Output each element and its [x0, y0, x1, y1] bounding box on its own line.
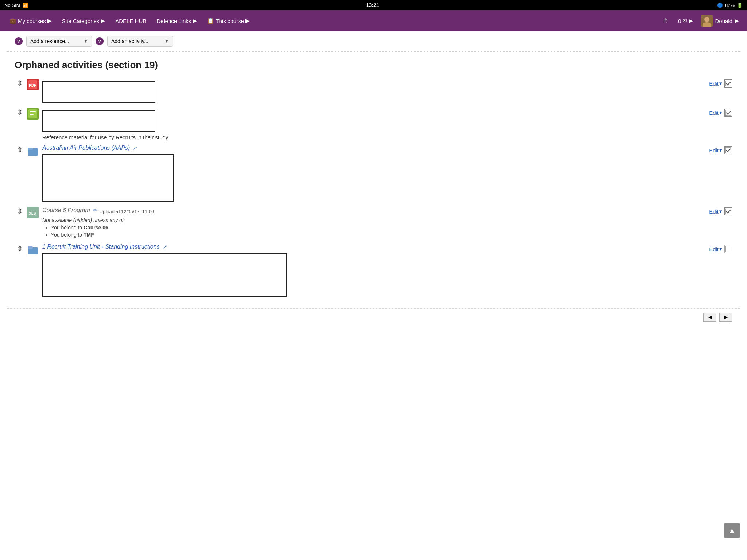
activity-3-content: Australian Air Publications (AAPs) ↗ — [42, 145, 700, 202]
main-content: ? Add a resource... ▼ ? Add an activity.… — [0, 31, 747, 325]
checkbox-2[interactable] — [724, 109, 732, 117]
activity-1-edit: Edit ▾ — [700, 78, 732, 88]
bottom-bar: ◀ ▶ — [0, 309, 747, 325]
svg-rect-10 — [30, 113, 36, 113]
nav-adele-hub[interactable]: ADELE HUB — [110, 15, 151, 27]
external-link-icon-2: ↗ — [162, 244, 167, 250]
chevron-down-icon-5: ▾ — [719, 246, 722, 252]
drag-handle-1[interactable]: ⇕ — [15, 78, 25, 87]
activity-4-content: Course 6 Program ✏ Uploaded 12/05/17, 11… — [42, 206, 700, 239]
activity-2-description: Reference material for use by Recruits i… — [42, 134, 700, 140]
edit-button-4[interactable]: Edit ▾ — [709, 208, 722, 215]
pdf-icon: PDF — [27, 79, 39, 90]
activity-3-edit: Edit ▾ — [700, 145, 732, 154]
svg-rect-8 — [28, 109, 37, 118]
table-row: ⇕ 1 Recruit Training Unit - Standing Ins… — [15, 244, 732, 297]
chevron-right-icon-6: ▶ — [735, 18, 739, 24]
conditions-list: You belong to Course 06 You belong to TM… — [51, 225, 700, 238]
folder-icon-2 — [27, 244, 39, 256]
chevron-right-icon-3: ▶ — [193, 18, 197, 24]
condition-2: You belong to TMF — [51, 232, 700, 238]
time-display: 13:21 — [366, 2, 379, 8]
condition-1: You belong to Course 06 — [51, 225, 700, 230]
checkbox-1[interactable] — [724, 79, 732, 88]
section-container: Orphaned activities (section 19) ⇕ PDF E… — [0, 52, 747, 308]
checkbox-4[interactable] — [724, 207, 732, 215]
external-link-icon-1: ↗ — [132, 145, 137, 151]
activity-2-content: Reference material for use by Recruits i… — [42, 107, 700, 140]
preview-box-1 — [42, 81, 155, 103]
activity-4-edit: Edit ▾ — [700, 206, 732, 215]
chevron-down-icon: ▾ — [719, 80, 722, 87]
svg-rect-21 — [725, 246, 731, 252]
svg-text:PDF: PDF — [29, 83, 36, 88]
nav-user[interactable]: Donald ▶ — [697, 12, 743, 30]
table-row: ⇕ Australian Air Publications (AAPs) ↗ E… — [15, 145, 732, 202]
course-icon: 📋 — [207, 18, 214, 24]
network-label: No SIM — [4, 3, 20, 8]
svg-point-1 — [704, 17, 709, 22]
edit-button-5[interactable]: Edit ▾ — [709, 246, 722, 252]
envelope-icon: ✉ — [682, 18, 687, 24]
navbar: 💼 My courses ▶ Site Categories ▶ ADELE H… — [0, 10, 747, 31]
svg-text:XLS: XLS — [29, 211, 36, 215]
nav-messages[interactable]: 0 ✉ ▶ — [675, 15, 696, 27]
activity-5-content: 1 Recruit Training Unit - Standing Instr… — [42, 244, 700, 297]
edit-button-2[interactable]: Edit ▾ — [709, 109, 722, 116]
svg-rect-14 — [28, 148, 33, 150]
help-activity-button[interactable]: ? — [96, 37, 104, 45]
add-resource-dropdown[interactable]: Add a resource... ▼ — [26, 36, 92, 47]
preview-box-3 — [42, 154, 174, 202]
chevron-down-icon-4: ▾ — [719, 208, 722, 215]
bottom-btn-2[interactable]: ▶ — [719, 313, 732, 322]
drag-handle-5[interactable]: ⇕ — [15, 244, 25, 252]
bottom-btn-1[interactable]: ◀ — [703, 313, 716, 322]
drag-handle-2[interactable]: ⇕ — [15, 107, 25, 116]
add-activity-dropdown[interactable]: Add an activity... ▼ — [107, 36, 173, 47]
chevron-down-icon-3: ▾ — [719, 147, 722, 153]
section-title: Orphaned activities (section 19) — [15, 59, 732, 71]
dropdown-arrow-1: ▼ — [84, 39, 88, 44]
battery-icon: 🔋 — [737, 3, 743, 8]
chevron-right-icon: ▶ — [47, 18, 52, 24]
svg-rect-20 — [28, 246, 33, 249]
excel-icon: XLS — [27, 207, 39, 218]
rtu-link[interactable]: 1 Recruit Training Unit - Standing Instr… — [42, 244, 700, 250]
book-icon — [27, 108, 39, 120]
table-row: ⇕ PDF Edit ▾ — [15, 78, 732, 103]
preview-box-5 — [42, 253, 287, 297]
chevron-right-icon-2: ▶ — [101, 18, 105, 24]
drag-handle-3[interactable]: ⇕ — [15, 145, 25, 153]
help-resource-button[interactable]: ? — [15, 37, 23, 45]
folder-icon-1 — [27, 145, 39, 157]
chevron-right-icon-4: ▶ — [245, 18, 250, 24]
avatar — [701, 15, 713, 27]
status-bar: No SIM 📶 13:21 🔵 82% 🔋 — [0, 0, 747, 10]
nav-this-course[interactable]: 📋 This course ▶ — [202, 15, 255, 27]
drag-handle-4[interactable]: ⇕ — [15, 206, 25, 215]
table-row: ⇕ XLS Course 6 Program ✏ Uploaded 12/05/… — [15, 206, 732, 239]
nav-clock[interactable]: ⏱ — [658, 15, 674, 27]
edit-button-1[interactable]: Edit ▾ — [709, 80, 722, 87]
table-row: ⇕ Reference material for use by Recruits… — [15, 107, 732, 140]
dropdown-arrow-2: ▼ — [165, 39, 169, 44]
edit-pencil-icon-1: ✏ — [93, 207, 97, 213]
checkbox-3[interactable] — [724, 146, 732, 154]
course6-link[interactable]: Course 6 Program — [42, 207, 90, 214]
chevron-down-icon-2: ▾ — [719, 109, 722, 116]
svg-rect-9 — [30, 111, 36, 112]
activity-2-edit: Edit ▾ — [700, 107, 732, 117]
nav-my-courses[interactable]: 💼 My courses ▶ — [4, 15, 57, 27]
wifi-icon: 📶 — [22, 3, 28, 8]
nav-site-categories[interactable]: Site Categories ▶ — [57, 15, 111, 27]
status-bar-left: No SIM 📶 — [4, 3, 28, 8]
svg-rect-11 — [30, 114, 34, 115]
edit-button-3[interactable]: Edit ▾ — [709, 147, 722, 153]
not-available-text: Not available (hidden) unless any of: — [42, 217, 700, 223]
status-bar-right: 🔵 82% 🔋 — [717, 3, 743, 8]
toolbar-row: ? Add a resource... ▼ ? Add an activity.… — [0, 31, 747, 51]
aaps-link[interactable]: Australian Air Publications (AAPs) ↗ — [42, 145, 700, 151]
battery-label: 82% — [725, 3, 735, 8]
checkbox-5[interactable] — [724, 245, 732, 253]
nav-defence-links[interactable]: Defence Links ▶ — [151, 15, 202, 27]
